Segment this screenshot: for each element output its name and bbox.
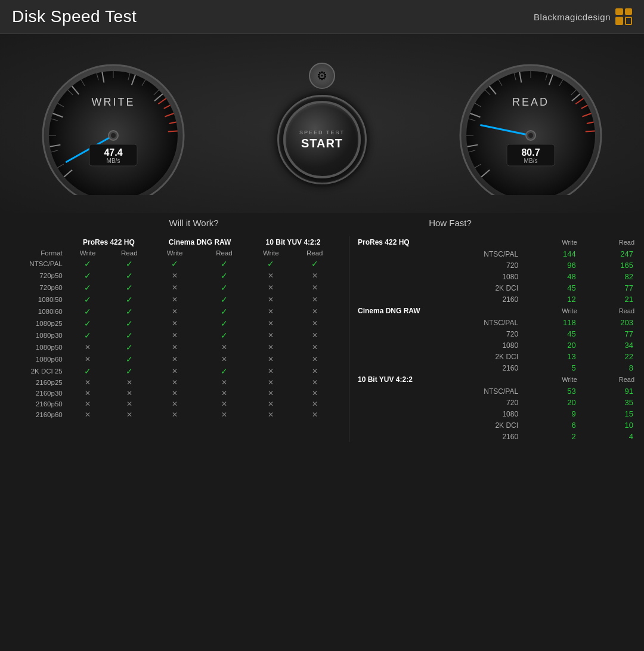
left-cell-7-3: ✕: [199, 341, 249, 353]
left-cell-1-2: ✕: [150, 270, 199, 282]
cross-icon: ✕: [268, 319, 274, 328]
left-cell-2-3: ✓: [199, 282, 249, 294]
check-icon: ✓: [221, 283, 228, 292]
right-row-label-2-0: NTSC/PAL: [355, 385, 524, 397]
settings-button[interactable]: ⚙: [309, 63, 335, 89]
cross-icon: ✕: [312, 331, 318, 340]
cinema-dng-header: Cinema DNG RAW: [150, 236, 249, 248]
check-icon: ✓: [84, 283, 91, 292]
right-read-val-0-0: 247: [581, 248, 638, 260]
left-cell-11-4: ✕: [249, 388, 292, 399]
cross-icon: ✕: [172, 378, 178, 387]
right-row-label-0-2: 1080: [355, 271, 524, 282]
left-row-label-8: 1080p60: [9, 353, 67, 365]
cross-icon: ✕: [172, 367, 178, 375]
cross-icon: ✕: [268, 331, 274, 340]
left-cell-4-1: ✓: [108, 306, 150, 317]
left-cell-3-3: ✓: [199, 294, 249, 306]
left-cell-2-2: ✕: [150, 282, 199, 294]
cross-icon: ✕: [85, 378, 91, 387]
start-button[interactable]: SPEED TEST START: [283, 101, 361, 178]
left-cell-3-2: ✕: [150, 294, 199, 306]
left-cell-9-0: ✓: [67, 365, 109, 377]
left-cell-8-1: ✓: [108, 353, 150, 365]
left-row-label-4: 1080i60: [9, 306, 67, 317]
left-cell-5-3: ✓: [199, 317, 249, 329]
check-icon: ✓: [221, 259, 228, 269]
check-icon: ✓: [126, 283, 133, 292]
write-gauge: WRITE 47.4 MB/s: [18, 52, 209, 195]
left-cell-11-1: ✕: [108, 388, 150, 399]
right-read-val-2-0: 91: [581, 385, 638, 397]
svg-text:READ: READ: [512, 96, 549, 108]
right-write-col-2: Write: [524, 374, 581, 385]
cross-icon: ✕: [312, 307, 318, 316]
brand-logo-cell-2: [625, 8, 633, 15]
yuv-write-header: Write: [249, 248, 292, 258]
left-cell-0-3: ✓: [199, 258, 249, 270]
cross-icon: ✕: [312, 283, 318, 292]
format-col-header: [9, 236, 67, 248]
check-icon: ✓: [84, 259, 91, 269]
cross-icon: ✕: [312, 378, 318, 387]
cross-icon: ✕: [268, 378, 274, 387]
left-cell-11-5: ✕: [292, 388, 337, 399]
left-cell-3-0: ✓: [67, 294, 109, 306]
app-title: Disk Speed Test: [12, 7, 137, 26]
read-gauge: READ 80.7 MB/s: [435, 52, 626, 195]
left-cell-12-1: ✕: [108, 399, 150, 409]
cross-icon: ✕: [85, 343, 91, 351]
left-cell-10-2: ✕: [150, 377, 199, 388]
left-row-label-11: 2160p30: [9, 388, 67, 399]
left-cell-1-3: ✓: [199, 270, 249, 282]
check-icon: ✓: [84, 331, 91, 340]
right-read-val-1-0: 203: [581, 317, 638, 328]
right-row-label-0-3: 2K DCI: [355, 282, 524, 294]
check-icon: ✓: [126, 271, 133, 280]
left-cell-3-1: ✓: [108, 294, 150, 306]
left-row-label-3: 1080i50: [9, 294, 67, 306]
cross-icon: ✕: [172, 400, 178, 408]
left-cell-6-0: ✓: [67, 329, 109, 341]
right-section-label: How Fast?: [322, 218, 626, 228]
left-cell-7-5: ✕: [292, 341, 337, 353]
prores-write-header: Write: [67, 248, 109, 258]
right-read-val-1-1: 77: [581, 328, 638, 340]
check-icon: ✓: [221, 271, 228, 280]
left-cell-8-2: ✕: [150, 353, 199, 365]
cross-icon: ✕: [221, 400, 227, 408]
cross-icon: ✕: [268, 367, 274, 375]
check-icon: ✓: [84, 307, 91, 316]
cross-icon: ✕: [268, 307, 274, 316]
left-cell-8-5: ✕: [292, 353, 337, 365]
left-cell-10-5: ✕: [292, 377, 337, 388]
svg-text:80.7: 80.7: [521, 147, 540, 158]
left-cell-6-4: ✕: [249, 329, 292, 341]
check-icon: ✓: [171, 259, 178, 269]
cross-icon: ✕: [221, 389, 227, 397]
left-cell-10-0: ✕: [67, 377, 109, 388]
check-icon: ✓: [126, 366, 133, 376]
cross-icon: ✕: [126, 378, 132, 387]
right-write-val-0-3: 45: [524, 282, 581, 294]
left-cell-12-4: ✕: [249, 399, 292, 409]
left-cell-3-5: ✕: [292, 294, 337, 306]
left-cell-12-0: ✕: [67, 399, 109, 409]
left-cell-9-2: ✕: [150, 365, 199, 377]
table-divider: [349, 236, 349, 442]
left-cell-3-4: ✕: [249, 294, 292, 306]
left-cell-11-2: ✕: [150, 388, 199, 399]
check-icon: ✓: [126, 295, 133, 304]
cross-icon: ✕: [268, 389, 274, 397]
cross-icon: ✕: [312, 355, 318, 363]
cross-icon: ✕: [85, 389, 91, 397]
start-button-ring[interactable]: SPEED TEST START: [277, 95, 367, 184]
right-read-val-1-4: 8: [581, 362, 638, 374]
cross-icon: ✕: [268, 343, 274, 351]
check-icon: ✓: [126, 259, 133, 269]
gauges-section: WRITE 47.4 MB/s ⚙ SPEED TEST START: [0, 34, 644, 213]
cross-icon: ✕: [268, 283, 274, 292]
left-cell-12-2: ✕: [150, 399, 199, 409]
cross-icon: ✕: [312, 319, 318, 328]
left-cell-5-4: ✕: [249, 317, 292, 329]
